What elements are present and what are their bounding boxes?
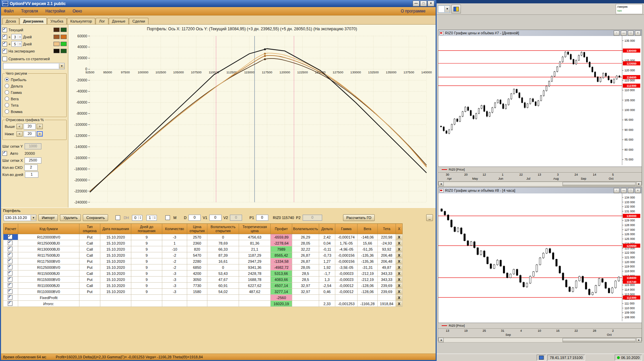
v1-input[interactable]: 0 bbox=[209, 215, 222, 221]
row-checkbox[interactable] bbox=[8, 241, 12, 245]
strategy-dropdown[interactable]: ▼ bbox=[3, 63, 65, 69]
close-button[interactable]: × bbox=[428, 1, 434, 6]
days-input[interactable]: 1 bbox=[25, 172, 38, 178]
row-select-cell[interactable] bbox=[3, 301, 18, 307]
delete-row-button[interactable]: X bbox=[396, 264, 403, 270]
series-checkbox-3[interactable] bbox=[2, 49, 7, 53]
row-select-cell[interactable] bbox=[3, 240, 18, 246]
above-decrease-button[interactable]: < bbox=[16, 124, 23, 129]
d-input[interactable]: 0 bbox=[189, 215, 201, 221]
scroll-right-arrow[interactable]: ► bbox=[636, 182, 642, 186]
accounts-icon-button[interactable] bbox=[451, 5, 461, 13]
table-row[interactable]: RI110000BV0Put15.10.20209-3158054,02487,… bbox=[3, 289, 403, 295]
dh-spinner-2[interactable]: 1▲▼ bbox=[146, 215, 157, 221]
delete-row-button[interactable]: X bbox=[396, 289, 403, 295]
scroll-right-arrow[interactable]: ► bbox=[636, 338, 642, 342]
preset-dropdown[interactable]: 130-15.10.20▼ bbox=[4, 215, 36, 221]
chart-window-daily-titlebar[interactable]: RIZ0 График цены и объёма #7 - [Дневной]… bbox=[438, 30, 642, 36]
dh-checkbox[interactable] bbox=[115, 215, 120, 220]
row-select-cell[interactable] bbox=[3, 252, 18, 258]
v2-input[interactable]: 0 bbox=[230, 215, 242, 221]
chevron-down-icon[interactable]: ▼ bbox=[59, 64, 64, 69]
table-row[interactable]: RI117500BV0Put15.10.20209-2228016,612947… bbox=[3, 258, 403, 264]
close-button[interactable]: × bbox=[635, 31, 641, 36]
series-checkbox-1[interactable] bbox=[2, 35, 7, 39]
about-menu-item[interactable]: О программе bbox=[401, 9, 426, 13]
below-increase-button[interactable]: > bbox=[37, 131, 43, 137]
chevron-down-icon[interactable]: ▼ bbox=[31, 215, 36, 220]
menu-item-3[interactable]: Окно bbox=[73, 9, 82, 13]
row-checkbox[interactable] bbox=[8, 289, 12, 294]
period-dropdown[interactable]: ▼ bbox=[438, 5, 450, 13]
row-select-cell[interactable] bbox=[3, 246, 18, 252]
table-row[interactable]: FixedProfit-2560X bbox=[3, 295, 403, 301]
scroll-thumb[interactable] bbox=[563, 338, 636, 342]
window-titlebar[interactable]: FVV OptionFVV версия 2.1 public — □ × bbox=[1, 0, 436, 7]
row-checkbox[interactable] bbox=[8, 277, 12, 282]
tab-6[interactable]: Сделки bbox=[129, 18, 148, 24]
radio-5[interactable] bbox=[5, 109, 9, 114]
chevron-down-icon[interactable]: ▼ bbox=[444, 6, 450, 12]
delete-row-button[interactable]: X bbox=[396, 246, 403, 252]
above-value-input[interactable]: 20 bbox=[24, 123, 36, 130]
delete-row-button[interactable]: X bbox=[396, 234, 403, 240]
tab-3[interactable]: Калькулятор bbox=[67, 18, 95, 24]
restore-button[interactable]: □ bbox=[628, 31, 634, 36]
m-checkbox[interactable] bbox=[165, 215, 170, 220]
tab-4[interactable]: Лог bbox=[96, 18, 108, 24]
row-checkbox[interactable] bbox=[8, 283, 12, 288]
radio-3[interactable] bbox=[5, 97, 9, 101]
table-row[interactable]: RI115000BV0Put15.10.20209-3305047,671688… bbox=[3, 277, 403, 283]
menu-item-0[interactable]: Файл bbox=[4, 9, 14, 13]
radio-2[interactable] bbox=[5, 90, 9, 95]
tab-2[interactable]: Улыбка bbox=[47, 18, 67, 24]
delete-row-button[interactable]: X bbox=[396, 277, 403, 283]
minimize-button[interactable]: — bbox=[621, 188, 626, 193]
series-days-spinner-2[interactable]: 5▲▼ bbox=[11, 41, 22, 47]
table-row[interactable]: RI125000BJ0Call15.10.202091236078,6981,3… bbox=[3, 240, 403, 246]
row-select-cell[interactable] bbox=[3, 258, 18, 264]
row-checkbox[interactable] bbox=[8, 259, 12, 263]
minimize-button[interactable]: — bbox=[413, 1, 419, 6]
radio-1[interactable] bbox=[5, 84, 9, 88]
table-row[interactable]: RI115000BJ0Call15.10.20209-3420053,43242… bbox=[3, 270, 403, 277]
collapse-button[interactable]: _ bbox=[426, 214, 433, 221]
table-row[interactable]: RI120000BV0Put15.10.20209-3257004756,63-… bbox=[3, 234, 403, 240]
p2-input[interactable]: 0 bbox=[303, 215, 322, 221]
table-row[interactable]: RI117500BJ0Call15.10.20209-2547087,39118… bbox=[3, 252, 403, 258]
delete-row-button[interactable]: X bbox=[396, 295, 403, 301]
delete-row-button[interactable]: X bbox=[396, 270, 403, 277]
delete-button[interactable]: Удалить bbox=[60, 214, 81, 221]
row-checkbox[interactable] bbox=[8, 271, 12, 276]
auto-checkbox[interactable] bbox=[2, 151, 7, 156]
row-select-cell[interactable] bbox=[3, 270, 18, 277]
restore-button[interactable]: □ bbox=[628, 188, 634, 193]
delete-row-button[interactable]: X bbox=[396, 252, 403, 258]
row-select-cell[interactable] bbox=[3, 289, 18, 295]
table-row[interactable]: RI110000BJ0Call15.10.20209-3773060,91622… bbox=[3, 283, 403, 289]
p1-input[interactable]: 0 bbox=[256, 215, 268, 221]
series-days-spinner-1[interactable]: 3▲▼ bbox=[11, 34, 22, 40]
row-select-cell[interactable] bbox=[3, 234, 18, 240]
row-checkbox[interactable] bbox=[8, 301, 12, 306]
delete-row-button[interactable]: X bbox=[396, 240, 403, 246]
grid-x-input[interactable]: 2500 bbox=[25, 157, 41, 164]
scroll-track[interactable] bbox=[444, 182, 636, 186]
scroll-track[interactable] bbox=[444, 338, 636, 342]
dh-spinner-1[interactable]: 0▲▼ bbox=[132, 215, 142, 221]
chart-window-4h-titlebar[interactable]: RIZ0 График цены и объёма #8 - [4 часа] … bbox=[438, 187, 642, 193]
row-checkbox[interactable] bbox=[8, 247, 12, 251]
maximize-button[interactable]: □ bbox=[420, 1, 427, 6]
grid-y-input[interactable]: 1000 bbox=[25, 143, 41, 149]
table-row[interactable]: Итого:16020,192,33-0,001253-1166,281918,… bbox=[3, 301, 403, 307]
close-button[interactable]: × bbox=[635, 188, 641, 193]
series-checkbox-0[interactable] bbox=[2, 28, 7, 32]
radio-4[interactable] bbox=[5, 103, 9, 107]
row-checkbox[interactable] bbox=[8, 253, 12, 257]
link-button[interactable]: ▫ bbox=[614, 31, 619, 36]
tab-5[interactable]: Данные bbox=[109, 18, 129, 24]
row-checkbox[interactable] bbox=[8, 265, 12, 269]
menu-item-2[interactable]: Настройки bbox=[45, 9, 65, 13]
delete-row-button[interactable]: X bbox=[396, 258, 403, 264]
row-select-cell[interactable] bbox=[3, 277, 18, 283]
